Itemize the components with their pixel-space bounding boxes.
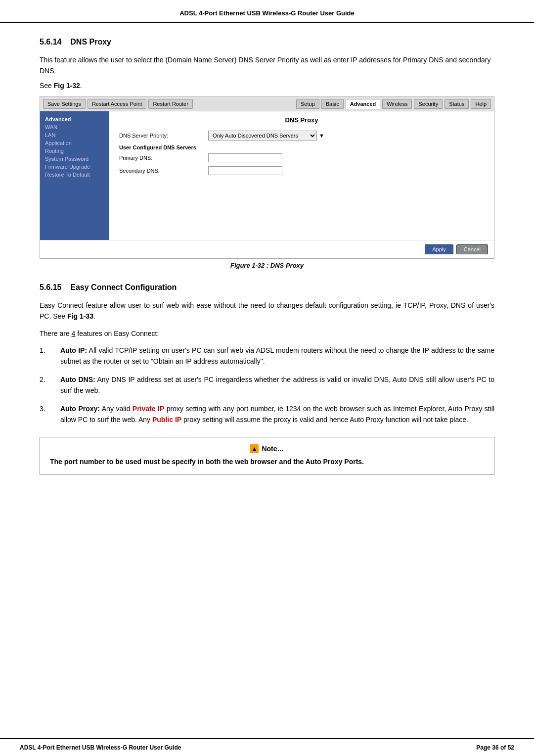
see-fig-1-32: See Fig 1-32. xyxy=(40,82,494,90)
dns-server-priority-row: DNS Server Priority: Only Auto Discovere… xyxy=(119,131,484,141)
footer-page: Page 36 of 52 xyxy=(476,744,514,751)
list-content-2: Auto DNS: Any DNS IP address set at user… xyxy=(60,374,494,396)
sidebar-item-routing[interactable]: Routing xyxy=(40,147,109,155)
footer-title: ADSL 4-Port Ethernet USB Wireless-G Rout… xyxy=(20,744,181,751)
private-ip-text: Private IP xyxy=(133,405,164,413)
tab-basic[interactable]: Basic xyxy=(321,99,344,109)
tab-setup[interactable]: Setup xyxy=(296,99,319,109)
header-title: ADSL 4-Port Ethernet USB Wireless-G Rout… xyxy=(179,9,355,17)
sidebar-item-wan[interactable]: WAN xyxy=(40,123,109,131)
secondary-dns-row: Secondary DNS: xyxy=(119,166,484,175)
dropdown-arrow: ▼ xyxy=(319,133,324,139)
router-body: Advanced WAN LAN Application Routing Sys… xyxy=(40,111,494,240)
user-configured-dns-label: User Configured DNS Servers xyxy=(119,144,484,150)
sidebar-item-firmware-upgrade[interactable]: Firmware Upgrade xyxy=(40,163,109,171)
tab-wireless[interactable]: Wireless xyxy=(382,99,412,109)
list-item-3: 3. Auto Proxy: Any valid Private IP prox… xyxy=(40,403,494,425)
apply-button[interactable]: Apply xyxy=(425,244,453,254)
page-header: ADSL 4-Port Ethernet USB Wireless-G Rout… xyxy=(0,0,534,23)
section-5615: 5.6.15 Easy Connect Configuration Easy C… xyxy=(40,283,494,475)
auto-dns-label: Auto DNS: xyxy=(60,376,95,383)
list-num-2: 2. xyxy=(40,374,60,396)
sidebar-item-advanced[interactable]: Advanced xyxy=(40,115,109,123)
dns-server-priority-select[interactable]: Only Auto Discovered DNS Servers Manual … xyxy=(208,131,317,141)
section-5614-heading: 5.6.14 DNS Proxy xyxy=(40,38,494,47)
tab-status[interactable]: Status xyxy=(445,99,469,109)
sidebar-item-restore-to-default[interactable]: Restore To Default xyxy=(40,171,109,179)
warning-icon: ▲ xyxy=(250,444,259,453)
dns-server-priority-label: DNS Server Priority: xyxy=(119,133,208,139)
list-num-3: 3. xyxy=(40,403,60,425)
public-ip-text: Public IP xyxy=(152,416,181,424)
list-num-1: 1. xyxy=(40,345,60,367)
sidebar-item-lan[interactable]: LAN xyxy=(40,131,109,139)
save-settings-button[interactable]: Save Settings xyxy=(43,99,86,109)
note-box: ▲ Note… The port number to be used must … xyxy=(40,437,494,474)
router-navbar: Save Settings Restart Access Point Resta… xyxy=(40,97,494,111)
list-content-1: Auto IP: All valid TCP/IP setting on use… xyxy=(60,345,494,367)
page-footer: ADSL 4-Port Ethernet USB Wireless-G Rout… xyxy=(0,738,534,756)
router-sidebar: Advanced WAN LAN Application Routing Sys… xyxy=(40,111,109,240)
list-content-3: Auto Proxy: Any valid Private IP proxy s… xyxy=(60,403,494,425)
auto-proxy-label: Auto Proxy: xyxy=(60,405,100,413)
restart-router-button[interactable]: Restart Router xyxy=(148,99,193,109)
sidebar-item-application[interactable]: Application xyxy=(40,139,109,147)
number-4: 4 xyxy=(72,330,76,337)
sidebar-item-system-password[interactable]: System Password xyxy=(40,155,109,163)
list-item-2: 2. Auto DNS: Any DNS IP address set at u… xyxy=(40,374,494,396)
fig-ref-1-33: Fig 1-33 xyxy=(67,312,93,320)
note-title: ▲ Note… xyxy=(50,444,484,453)
list-item-1: 1. Auto IP: All valid TCP/IP setting on … xyxy=(40,345,494,367)
fig-ref-1-32: Fig 1-32 xyxy=(54,82,80,90)
section-5615-desc1: Easy Connect feature allow user to surf … xyxy=(40,300,494,322)
tab-advanced[interactable]: Advanced xyxy=(346,99,381,109)
restart-access-point-button[interactable]: Restart Access Point xyxy=(88,99,147,109)
content-area: 5.6.14 DNS Proxy This feature allows the… xyxy=(0,23,534,738)
tab-help[interactable]: Help xyxy=(471,99,491,109)
section-5615-heading: 5.6.15 Easy Connect Configuration xyxy=(40,283,494,292)
dns-proxy-title: DNS Proxy xyxy=(119,116,484,124)
primary-dns-label: Primary DNS: xyxy=(119,155,208,161)
router-ui-screenshot: Save Settings Restart Access Point Resta… xyxy=(40,96,494,259)
section-5614-desc: This feature allows the user to select t… xyxy=(40,54,494,77)
section-5615-desc2: There are 4 features on Easy Connect: xyxy=(40,328,494,339)
tab-security[interactable]: Security xyxy=(414,99,443,109)
note-body: The port number to be used must be speci… xyxy=(50,456,484,467)
secondary-dns-label: Secondary DNS: xyxy=(119,168,208,174)
auto-ip-label: Auto IP: xyxy=(60,346,87,354)
primary-dns-row: Primary DNS: xyxy=(119,153,484,162)
secondary-dns-input[interactable] xyxy=(208,166,282,175)
router-footer: Apply Cancel xyxy=(40,240,494,258)
section-5614: 5.6.14 DNS Proxy This feature allows the… xyxy=(40,38,494,269)
cancel-button[interactable]: Cancel xyxy=(456,244,488,254)
figure-caption-1-32: Figure 1-32 : DNS Proxy xyxy=(40,262,494,269)
primary-dns-input[interactable] xyxy=(208,153,282,162)
router-main-content: DNS Proxy DNS Server Priority: Only Auto… xyxy=(109,111,494,240)
